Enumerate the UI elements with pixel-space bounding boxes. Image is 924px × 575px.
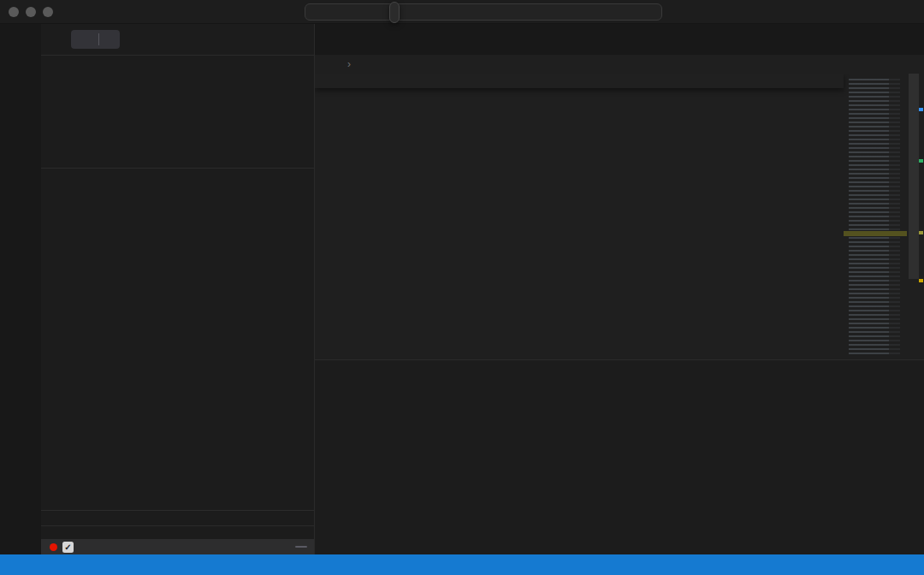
bottom-panel — [315, 359, 924, 554]
variables-section-header[interactable] — [41, 55, 314, 72]
watch-body — [41, 185, 314, 510]
status-bar — [0, 554, 924, 575]
command-center[interactable] — [305, 3, 662, 21]
zoom-window-button[interactable] — [43, 7, 53, 17]
breakpoint-row[interactable]: ✓ — [41, 539, 314, 554]
editor-tab-bar — [315, 24, 924, 55]
variables-list — [41, 72, 314, 168]
window-controls — [9, 7, 53, 17]
more-actions-icon[interactable] — [157, 33, 171, 46]
close-window-button[interactable] — [9, 7, 19, 17]
edit-breakpoint-icon[interactable] — [263, 542, 274, 553]
launch-config-button[interactable] — [71, 30, 120, 49]
divider — [98, 33, 99, 45]
minimap[interactable] — [844, 74, 907, 359]
breadcrumb: › — [315, 55, 924, 74]
symbol-namespace-icon — [355, 58, 367, 70]
chevron-down-icon — [46, 59, 56, 68]
go-file-icon — [327, 58, 339, 70]
watch-section-header[interactable] — [41, 168, 314, 185]
breakpoints-section-header[interactable] — [41, 525, 314, 539]
chevron-down-icon — [46, 513, 56, 523]
breakpoint-dot-icon — [50, 543, 57, 551]
chevron-down-icon[interactable] — [105, 35, 115, 44]
titlebar — [0, 0, 924, 24]
open-view-icon[interactable] — [295, 58, 307, 70]
chevron-down-icon — [46, 528, 56, 537]
debug-settings-gear-icon[interactable] — [132, 33, 145, 46]
sticky-scroll-line — [315, 74, 844, 88]
remove-breakpoint-icon[interactable] — [279, 542, 290, 553]
run-and-debug-sidebar: ✓ — [41, 24, 315, 554]
editor-scrollbar[interactable] — [907, 74, 924, 359]
panel-tab-bar — [315, 360, 924, 384]
callstack-section-header[interactable] — [41, 510, 314, 525]
breakpoint-checkbox[interactable]: ✓ — [62, 542, 74, 553]
activity-bar — [0, 24, 41, 554]
chevron-down-icon — [46, 172, 56, 181]
debug-console-output[interactable] — [315, 384, 924, 554]
navigate-back-button[interactable] — [259, 3, 278, 21]
breadcrumb-separator: › — [347, 58, 351, 70]
breakpoint-line-badge — [295, 546, 307, 548]
vscode-window: ✓ › — [0, 0, 924, 575]
code-editor[interactable] — [315, 74, 924, 359]
debug-toolbar — [389, 2, 400, 23]
minimize-window-button[interactable] — [26, 7, 36, 17]
play-icon — [76, 33, 88, 45]
